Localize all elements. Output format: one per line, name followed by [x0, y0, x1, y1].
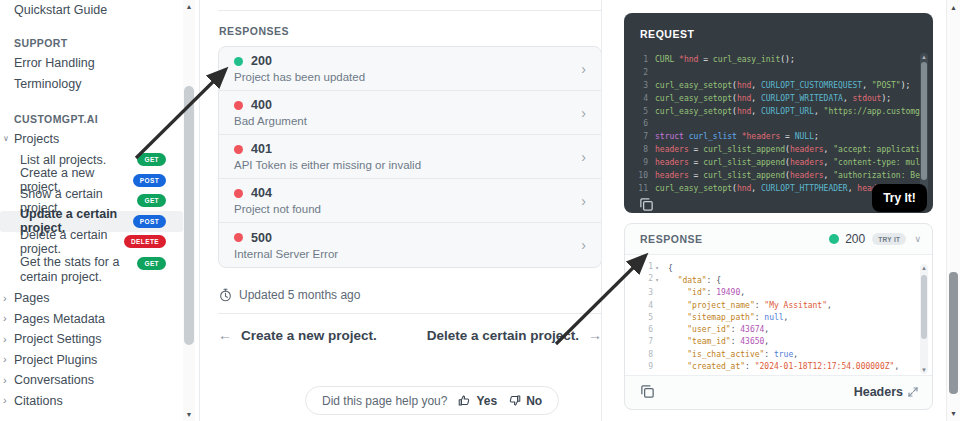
sidebar-group-label: Pages Metadata — [14, 312, 105, 326]
try-it-button[interactable]: Try It! — [872, 184, 927, 212]
response-scrollbar[interactable]: ▲ ▼ — [920, 264, 928, 374]
sidebar-group-projects[interactable]: ∨Projects — [0, 129, 183, 150]
scroll-up-icon[interactable]: ▲ — [183, 3, 195, 10]
page-scrollbar-thumb[interactable] — [949, 272, 958, 394]
code-text: headers = curl_slist_append(headers, "co… — [655, 158, 920, 167]
sidebar-item-terminology[interactable]: Terminology — [0, 74, 183, 95]
clock-icon — [219, 288, 232, 302]
line-number: 6 — [628, 119, 648, 128]
line-gutter: 8 — [637, 350, 661, 359]
code-text: "is_chat_active": true, — [668, 350, 798, 359]
feedback-no-button[interactable]: No — [508, 394, 542, 408]
chevron-down-icon[interactable]: ∨ — [914, 234, 921, 244]
scroll-down-icon[interactable]: ▼ — [183, 411, 195, 418]
response-json-viewer[interactable]: 1▾{2▾ "data": {3 "id": 19490,4 "project_… — [625, 254, 932, 376]
response-scrollbar-thumb[interactable] — [921, 275, 927, 339]
copy-response-button[interactable] — [639, 383, 656, 400]
sidebar-group-citations[interactable]: ›Citations — [0, 391, 183, 412]
response-row-400[interactable]: 400Bad Argument› — [219, 91, 601, 135]
line-number: 3 — [628, 81, 648, 90]
feedback-yes-button[interactable]: Yes — [458, 394, 497, 408]
fold-caret-icon[interactable]: ▾ — [653, 274, 661, 286]
sidebar-group-label: Projects — [14, 132, 59, 146]
scroll-up-icon[interactable]: ▲ — [947, 4, 960, 11]
sidebar-item-label: Error Handling — [14, 56, 95, 70]
request-scrollbar[interactable]: ▲ ▼ — [920, 53, 928, 195]
sidebar-group-project-plugins[interactable]: ›Project Plugins — [0, 350, 183, 371]
line-number: 4 — [637, 301, 653, 310]
sidebar-group-conversations[interactable]: ›Conversations — [0, 370, 183, 391]
status-dot-icon — [234, 189, 243, 198]
code-text: { — [668, 264, 673, 273]
line-gutter: 9 — [637, 362, 661, 371]
sidebar-item-get-the-stats-for-a-certain-project[interactable]: Get the stats for a certain project.GET — [0, 252, 183, 288]
sidebar-scrollbar[interactable]: ▲ ▼ — [183, 0, 195, 421]
chevron-right-icon: › — [3, 293, 14, 304]
sidebar-item-delete-a-certain-project[interactable]: Delete a certain project.DELETE — [0, 232, 183, 253]
scroll-down-icon[interactable]: ▼ — [920, 367, 928, 373]
copy-code-button[interactable] — [638, 196, 655, 213]
pagination: ← Create a new project. Delete a certain… — [218, 327, 602, 343]
chevron-right-icon: › — [3, 395, 14, 406]
response-panel-title: RESPONSE — [640, 233, 829, 245]
sidebar-section-customgpt-ai: CUSTOMGPT.AI — [0, 109, 183, 129]
pagination-prev[interactable]: ← Create a new project. — [218, 327, 377, 343]
request-scrollbar-thumb[interactable] — [921, 62, 927, 180]
response-code-row: 500 — [234, 231, 581, 245]
sidebar-nav: Quickstart GuideSUPPORTError HandlingTer… — [0, 0, 183, 411]
method-badge-post: POST — [133, 215, 166, 228]
pagination-next-label: Delete a certain project. — [427, 328, 579, 343]
method-badge-get: GET — [137, 194, 166, 207]
line-gutter: 3 — [637, 288, 661, 297]
response-row-404[interactable]: 404Project not found› — [219, 179, 601, 223]
response-row-200[interactable]: 200Project has been updated› — [219, 47, 601, 91]
headers-label: Headers — [854, 385, 903, 399]
line-number: 9 — [628, 158, 648, 167]
code-line: 6 "user_id": 43674, — [637, 323, 932, 335]
line-gutter: 2▾ — [637, 274, 661, 286]
line-number: 5 — [628, 107, 648, 116]
sidebar: Quickstart GuideSUPPORTError HandlingTer… — [0, 0, 200, 421]
responses-list: 200Project has been updated›400Bad Argum… — [218, 46, 602, 268]
sidebar-item-error-handling[interactable]: Error Handling — [0, 53, 183, 74]
sidebar-group-pages-metadata[interactable]: ›Pages Metadata — [0, 309, 183, 330]
response-panel: RESPONSE 200 TRY IT ∨ 1▾{2▾ "data": {3 "… — [624, 223, 933, 410]
code-text: "sitemap_path": null, — [668, 313, 788, 322]
line-number: 7 — [637, 337, 653, 346]
response-row-401[interactable]: 401API Token is either missing or invali… — [219, 135, 601, 179]
status-dot-icon — [234, 233, 243, 242]
sidebar-scrollbar-thumb[interactable] — [184, 86, 194, 345]
line-gutter: 7 — [637, 337, 661, 346]
sidebar-item-quickstart-guide[interactable]: Quickstart Guide — [0, 0, 183, 20]
page-feedback-widget: Did this page help you? Yes No — [305, 386, 559, 415]
code-line: 8headers = curl_slist_append(headers, "a… — [628, 143, 920, 156]
sidebar-group-project-settings[interactable]: ›Project Settings — [0, 329, 183, 350]
scroll-up-icon[interactable]: ▲ — [920, 54, 928, 60]
response-status-code: 200 — [845, 232, 865, 246]
pagination-next[interactable]: Delete a certain project. → — [427, 327, 602, 343]
sidebar-item-label: Delete a certain project. — [20, 228, 124, 256]
sidebar-group-pages[interactable]: ›Pages — [0, 288, 183, 309]
last-updated: Updated 5 months ago — [219, 288, 360, 302]
fold-caret-spacer — [653, 362, 661, 371]
arrow-right-icon: → — [588, 327, 602, 343]
code-line: 4 "project_name": "My Assitant", — [637, 299, 932, 311]
line-number: 4 — [628, 94, 648, 103]
scroll-down-icon[interactable]: ▼ — [947, 410, 960, 417]
status-dot-icon — [234, 57, 243, 66]
headers-button[interactable]: Headers — [854, 385, 918, 399]
response-row-500[interactable]: 500Internal Server Error› — [219, 223, 601, 267]
response-row-main: 401API Token is either missing or invali… — [234, 142, 581, 171]
code-text: "team_id": 43650, — [668, 337, 769, 346]
request-code-editor[interactable]: 1CURL *hnd = curl_easy_init();23curl_eas… — [628, 53, 920, 196]
line-number: 2 — [637, 274, 653, 286]
code-line: 1CURL *hnd = curl_easy_init(); — [628, 53, 920, 66]
fold-caret-icon[interactable]: ▾ — [653, 262, 661, 274]
code-line: 2 — [628, 66, 920, 79]
code-line: 7 "team_id": 43650, — [637, 336, 932, 348]
page-scrollbar[interactable]: ▲ ▼ — [946, 0, 960, 421]
response-row-main: 400Bad Argument — [234, 98, 581, 127]
code-line: 3 "id": 19490, — [637, 287, 932, 299]
content-panel-divider — [601, 0, 602, 421]
scroll-up-icon[interactable]: ▲ — [920, 265, 928, 271]
